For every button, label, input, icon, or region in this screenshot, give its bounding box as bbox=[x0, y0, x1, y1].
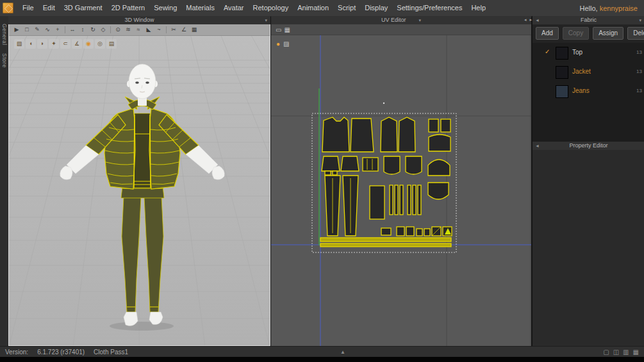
gizmo-vertical-icon[interactable]: ↕ bbox=[78, 25, 88, 35]
fabric-item-jacket[interactable]: Jacket 13 bbox=[533, 62, 644, 81]
uv-transform-icon[interactable]: ▭ bbox=[276, 26, 281, 33]
property-editor-collapse-icon[interactable]: ◄ bbox=[535, 142, 540, 150]
fabric-name[interactable]: Jeans bbox=[572, 87, 590, 94]
avatar-pants[interactable] bbox=[121, 186, 164, 312]
rail-tab-general[interactable]: General bbox=[1, 24, 8, 45]
pattern-piece bbox=[399, 117, 415, 152]
fabric-item-top[interactable]: ✓ Top 13 bbox=[533, 43, 644, 62]
uv-pattern-pieces[interactable] bbox=[320, 117, 452, 247]
pen-icon[interactable]: ✎ bbox=[32, 25, 42, 35]
uv-editor-tab-caret-icon[interactable]: ▾ bbox=[419, 18, 422, 22]
pattern-piece bbox=[381, 117, 397, 152]
menu-item-2d-pattern[interactable]: 2D Pattern bbox=[107, 0, 150, 16]
fabric-selected-check-icon: ✓ bbox=[545, 48, 550, 55]
pattern-piece bbox=[408, 185, 411, 215]
avatar-under-top[interactable] bbox=[133, 113, 151, 188]
mannequin-icon[interactable]: ◎ bbox=[95, 39, 105, 49]
brush-icon[interactable]: ▧ bbox=[14, 39, 24, 49]
fabric-tab[interactable]: ◄ Fabric ▾ bbox=[533, 16, 644, 25]
uv-point-marker bbox=[383, 103, 384, 104]
menu-bar: File Edit 3D Garment 2D Pattern Sewing M… bbox=[0, 0, 644, 17]
fabric-collapse-icon[interactable]: ◄ bbox=[535, 16, 540, 24]
splitter-right-icon[interactable]: ▸ bbox=[530, 17, 536, 22]
gizmo-move-icon[interactable]: ↔ bbox=[67, 25, 78, 35]
panel-splitter[interactable]: ◂▸ bbox=[524, 17, 535, 22]
copy-fabric-button[interactable]: Copy bbox=[563, 27, 589, 40]
angle-icon[interactable]: ∠ bbox=[179, 25, 189, 35]
fabric-color-icon[interactable]: ● bbox=[276, 40, 280, 49]
steam-icon[interactable]: ~ bbox=[154, 25, 164, 35]
sewing-segment-icon[interactable]: ≋ bbox=[123, 25, 133, 35]
menu-item-settings-preferences[interactable]: Settings/Preferences bbox=[392, 0, 466, 16]
sewing-free-icon[interactable]: ≈ bbox=[133, 25, 144, 35]
menu-item-retopology[interactable]: Retopology bbox=[249, 0, 293, 16]
scissors-icon[interactable]: ✂ bbox=[169, 25, 179, 35]
print-layout-icon[interactable]: ▤ bbox=[106, 39, 117, 49]
menu-item-help[interactable]: Help bbox=[466, 0, 490, 16]
add-fabric-button[interactable]: Add bbox=[536, 27, 559, 40]
add-point-icon[interactable]: + bbox=[53, 25, 63, 35]
fabric-swatch[interactable] bbox=[556, 47, 568, 60]
menu-item-script[interactable]: Script bbox=[333, 0, 360, 16]
layout-rows-icon[interactable]: ▥ bbox=[623, 347, 629, 358]
uv-pattern-canvas[interactable] bbox=[271, 24, 531, 346]
fabric-tab-caret-icon[interactable]: ▾ bbox=[639, 16, 641, 24]
delete-unused-fabric-button[interactable]: Delete Unused bbox=[627, 27, 644, 40]
menu-item-display[interactable]: Display bbox=[360, 0, 392, 16]
3d-window-tab[interactable]: 3D Window ▾ bbox=[8, 16, 270, 25]
fold-arrangement-icon[interactable]: ◣ bbox=[144, 25, 154, 35]
3d-scene-view[interactable] bbox=[8, 24, 270, 346]
greeting-text: Hello, bbox=[579, 4, 599, 12]
assign-fabric-button[interactable]: Assign bbox=[593, 27, 623, 40]
glove-icon[interactable]: ◖ bbox=[26, 39, 36, 49]
username-text[interactable]: kennypraise bbox=[600, 4, 638, 12]
curve-edit-icon[interactable]: ∿ bbox=[42, 25, 53, 35]
pattern-piece bbox=[441, 119, 450, 132]
pattern-piece bbox=[370, 186, 384, 219]
pattern-piece bbox=[424, 229, 430, 236]
pin-icon[interactable]: ⊙ bbox=[113, 25, 123, 35]
layout-quad-icon[interactable]: ▦ bbox=[633, 347, 639, 358]
tape-measure-icon[interactable]: ⊂ bbox=[60, 39, 70, 49]
gizmo-rotate-icon[interactable]: ↻ bbox=[88, 25, 98, 35]
status-bar: Version:6.1.723 (r37401)Cloth Pass1 ▲ ▢ … bbox=[0, 346, 644, 358]
property-editor-tab[interactable]: ◄ Property Editor bbox=[533, 141, 644, 151]
fabric-name[interactable]: Jacket bbox=[572, 68, 591, 75]
uv-editor-tab[interactable]: UV Editor▾ bbox=[271, 16, 531, 25]
gizmo-scale-icon[interactable]: ◇ bbox=[98, 25, 108, 35]
3d-window-tab-label: 3D Window bbox=[124, 17, 154, 23]
taskbar-strip bbox=[0, 357, 644, 362]
menu-item-avatar[interactable]: Avatar bbox=[219, 0, 249, 16]
accessory-icon[interactable]: ✦ bbox=[49, 39, 59, 49]
statusbar-collapse-icon[interactable]: ▲ bbox=[340, 347, 345, 358]
menu-item-file[interactable]: File bbox=[18, 0, 38, 16]
menu-item-3d-garment[interactable]: 3D Garment bbox=[60, 0, 107, 16]
layout-columns-icon[interactable]: ◫ bbox=[613, 347, 619, 358]
pattern-piece bbox=[406, 156, 422, 174]
shoe-icon[interactable]: ◗ bbox=[37, 39, 47, 49]
fabric-name[interactable]: Top bbox=[572, 49, 582, 56]
grid-snap-icon[interactable]: ▦ bbox=[189, 25, 199, 35]
3d-window-tab-caret-icon[interactable]: ▾ bbox=[265, 16, 267, 24]
rect-select-icon[interactable]: □ bbox=[22, 25, 32, 35]
fabric-swatch[interactable] bbox=[556, 66, 568, 79]
uv-layout-icon[interactable]: ▦ bbox=[284, 26, 290, 33]
uv-toolbar: ▭ ▦ bbox=[271, 24, 531, 35]
menu-item-edit[interactable]: Edit bbox=[38, 0, 60, 16]
splitter-left-icon[interactable]: ◂ bbox=[524, 17, 530, 22]
texture-view-icon[interactable]: ▨ bbox=[283, 40, 289, 49]
pattern-piece bbox=[418, 185, 421, 215]
layout-single-icon[interactable]: ▢ bbox=[603, 347, 609, 358]
menu-item-sewing[interactable]: Sewing bbox=[149, 0, 181, 16]
3d-scene-canvas[interactable] bbox=[9, 25, 270, 346]
layout-switcher: ▢ ◫ ▥ ▦ bbox=[603, 347, 639, 358]
app-logo-icon[interactable] bbox=[3, 3, 13, 13]
select-move-icon[interactable]: ▶ bbox=[12, 25, 22, 35]
avatar-display-icon[interactable]: ◉ bbox=[83, 39, 94, 49]
rail-tab-store[interactable]: Store bbox=[1, 53, 8, 68]
menu-item-materials[interactable]: Materials bbox=[181, 0, 219, 16]
fabric-item-jeans[interactable]: Jeans 13 bbox=[533, 81, 644, 101]
fabric-swatch[interactable] bbox=[556, 85, 568, 98]
angle-measure-icon[interactable]: ∡ bbox=[72, 39, 82, 49]
menu-item-animation[interactable]: Animation bbox=[293, 0, 333, 16]
